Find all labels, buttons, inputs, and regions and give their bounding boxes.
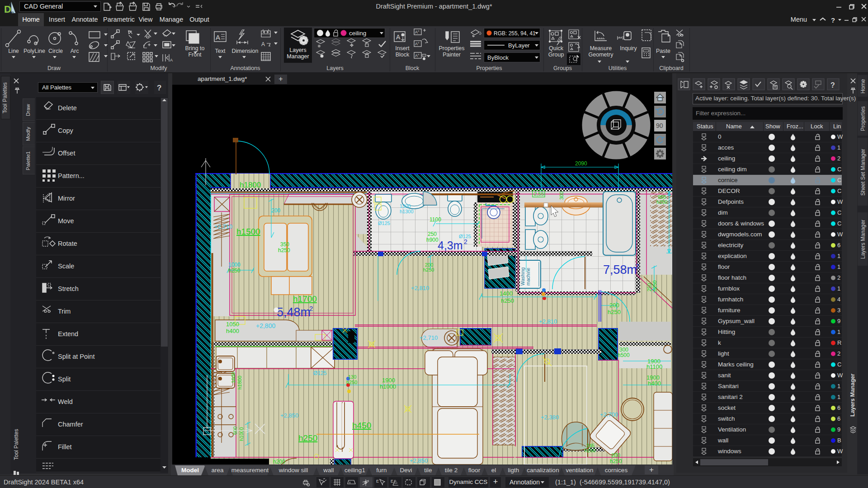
svg-text:A: A [170, 58, 173, 62]
svg-text:h400: h400 [648, 380, 661, 387]
svg-text:A°: A° [415, 53, 420, 58]
svg-text:90: 90 [656, 122, 663, 129]
svg-text:1300: 1300 [400, 203, 410, 209]
svg-text:A: A [261, 41, 265, 47]
svg-text:200: 200 [611, 452, 620, 459]
svg-text:2,55: 2,55 [534, 191, 544, 197]
svg-text:h1700: h1700 [293, 294, 317, 304]
svg-text:h1500: h1500 [236, 227, 260, 236]
svg-text:h250: h250 [652, 281, 657, 291]
svg-text:1100: 1100 [429, 216, 441, 223]
svg-text:h1000: h1000 [239, 427, 244, 441]
svg-text:?: ? [157, 84, 161, 92]
svg-text:2: 2 [636, 262, 639, 270]
svg-text:h250: h250 [608, 309, 621, 315]
svg-text:h500: h500 [618, 352, 630, 358]
svg-text:+2,850: +2,850 [280, 412, 298, 419]
svg-text:A: A [396, 33, 401, 41]
svg-text:Ø125: Ø125 [378, 221, 390, 226]
svg-text:h250: h250 [610, 458, 622, 465]
svg-text:E: E [376, 479, 379, 483]
svg-text:h1100: h1100 [646, 363, 662, 370]
svg-text:ByBlock: ByBlock [487, 54, 509, 61]
svg-text:h1800: h1800 [240, 181, 261, 189]
svg-text:h250: h250 [278, 247, 290, 253]
svg-text:ByLayer: ByLayer [508, 42, 530, 49]
svg-text:5,48m: 5,48m [277, 305, 311, 319]
svg-text:RGB: 255, 94, 41: RGB: 255, 94, 41 [494, 30, 536, 37]
svg-text:2090: 2090 [575, 160, 587, 167]
svg-text:+2,710: +2,710 [214, 223, 232, 230]
svg-text:1400: 1400 [500, 290, 513, 297]
svg-text:300: 300 [559, 192, 564, 200]
svg-text:1600: 1600 [231, 372, 236, 383]
svg-text:+2,700: +2,700 [600, 411, 618, 418]
svg-text:h200: h200 [273, 459, 285, 465]
svg-text:A°: A° [415, 42, 420, 46]
svg-text:h250: h250 [346, 380, 357, 385]
svg-text:+2,800: +2,800 [256, 322, 275, 329]
svg-text:h1800: h1800 [237, 375, 242, 389]
svg-text:200: 200 [271, 207, 280, 214]
svg-text:h250: h250 [501, 297, 514, 304]
svg-text:h1000: h1000 [380, 383, 396, 390]
svg-text:7,58m: 7,58m [603, 263, 637, 277]
svg-text:+2,380: +2,380 [541, 414, 559, 421]
svg-text:Ø125: Ø125 [313, 370, 327, 376]
svg-text:250: 250 [646, 283, 652, 291]
svg-text:h900: h900 [426, 237, 439, 243]
svg-text:A°: A° [415, 30, 420, 34]
svg-text:?: ? [830, 81, 835, 89]
svg-text:1050: 1050 [226, 321, 239, 328]
svg-text:h250: h250 [585, 448, 595, 453]
svg-text:Washing: Washing [520, 267, 525, 286]
svg-text:h250: h250 [228, 267, 241, 274]
svg-text:2: 2 [309, 305, 313, 312]
svg-text:h250: h250 [298, 433, 317, 443]
svg-text:4,3m: 4,3m [438, 239, 463, 252]
svg-text:1000: 1000 [228, 262, 241, 268]
svg-text:+2,710: +2,710 [420, 334, 438, 341]
svg-text:A: A [216, 33, 220, 41]
svg-text:E: E [391, 479, 393, 483]
svg-text:+2,810: +2,810 [539, 318, 557, 325]
svg-text:+2,850: +2,850 [410, 457, 428, 464]
svg-text:ceiling: ceiling [349, 30, 366, 37]
svg-text:h450: h450 [352, 421, 371, 430]
svg-text:250: 250 [428, 231, 437, 237]
svg-text:h250: h250 [656, 199, 667, 205]
svg-text:h400: h400 [226, 328, 239, 334]
svg-text:130: 130 [348, 374, 356, 380]
svg-text:200: 200 [609, 302, 619, 309]
svg-text:h1300: h1300 [400, 209, 414, 214]
svg-text:2: 2 [464, 238, 467, 245]
svg-text:h250: h250 [423, 267, 434, 272]
svg-text:1900: 1900 [382, 377, 395, 384]
svg-text:350: 350 [280, 241, 289, 248]
svg-text:?: ? [831, 16, 835, 23]
svg-text:+2,810: +2,810 [411, 285, 429, 291]
